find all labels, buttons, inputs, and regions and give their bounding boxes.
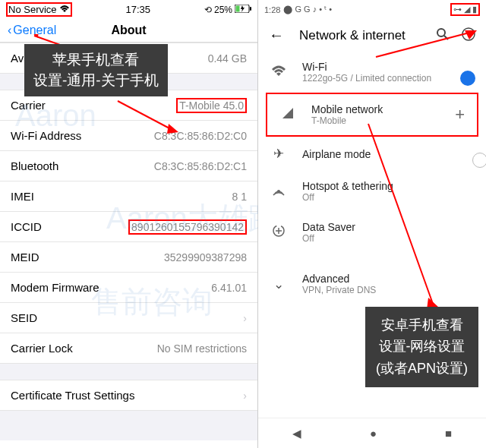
row-bluetooth: Bluetooth C8:3C:85:86:D2:C1 <box>0 150 257 181</box>
row-imei: IMEI 8 1 <box>0 181 257 211</box>
airplane-icon: ✈ <box>270 146 287 162</box>
no-service-text: No Service <box>8 4 57 15</box>
nav-home-icon[interactable]: ● <box>370 427 377 440</box>
row-seid[interactable]: SEID › <box>0 302 257 333</box>
nav-recent-icon[interactable]: ■ <box>445 427 452 440</box>
svg-line-5 <box>118 101 171 129</box>
rotation-lock-icon: ⟲ <box>204 5 212 15</box>
row-cert-trust[interactable]: Certificate Trust Settings › <box>0 380 257 410</box>
signal-icon <box>279 106 296 124</box>
chevron-left-icon: ‹ <box>8 24 11 37</box>
wifi-icon <box>59 4 70 15</box>
android-nav-bar: ◀ ● ■ <box>258 418 486 448</box>
annotation-line: 安卓手机查看 <box>376 314 468 336</box>
svg-marker-6 <box>167 124 178 134</box>
time-text: 17:35 <box>126 4 151 15</box>
svg-rect-2 <box>250 7 251 11</box>
back-arrow-icon[interactable]: ← <box>269 27 284 44</box>
battery-icon <box>235 5 251 15</box>
svg-line-13 <box>368 124 433 304</box>
annotation-line: 设置-网络设置 <box>376 336 468 358</box>
signal-icon: ◢ <box>464 5 470 14</box>
chevron-down-icon: ⌄ <box>270 276 287 292</box>
status-icons: ⬤ G G ♪ • ᵗ • <box>283 5 332 14</box>
row-iccid: ICCID 8901260155796390142 <box>0 211 257 241</box>
annotation-line: 苹果手机查看 <box>33 50 159 71</box>
svg-line-11 <box>376 33 469 57</box>
svg-rect-1 <box>236 5 240 11</box>
battery-pct: 25% <box>214 5 232 15</box>
android-status-bar: 1:28 ⬤ G G ♪ • ᵗ • ⊶ ◢ ▮ <box>258 0 486 19</box>
data-saver-icon <box>270 224 287 241</box>
nav-back-icon[interactable]: ◀ <box>292 427 301 440</box>
android-annotation: 安卓手机查看 设置-网络设置 (或者APN设置) <box>365 307 478 387</box>
hotspot-icon <box>270 183 287 200</box>
vpn-icon: ⊶ <box>453 5 462 14</box>
chevron-right-icon: › <box>243 312 247 324</box>
ios-annotation: 苹果手机查看 设置-通用-关于手机 <box>24 44 168 96</box>
battery-icon: ▮ <box>472 5 477 14</box>
row-carrier-lock: Carrier Lock No SIM restrictions <box>0 333 257 363</box>
time-text: 1:28 <box>264 5 280 14</box>
wifi-icon <box>270 65 287 80</box>
annotation-line: (或者APN设置) <box>376 358 468 380</box>
chevron-right-icon: › <box>243 390 247 402</box>
annotation-line: 设置-通用-关于手机 <box>33 71 159 91</box>
svg-marker-12 <box>465 30 477 39</box>
row-meid: MEID 35299909387298 <box>0 241 257 272</box>
ios-status-bar: No Service 17:35 ⟲ 25% <box>0 0 257 19</box>
row-modem-firmware: Modem Firmware 6.41.01 <box>0 272 257 302</box>
add-network-icon[interactable]: + <box>455 105 465 125</box>
